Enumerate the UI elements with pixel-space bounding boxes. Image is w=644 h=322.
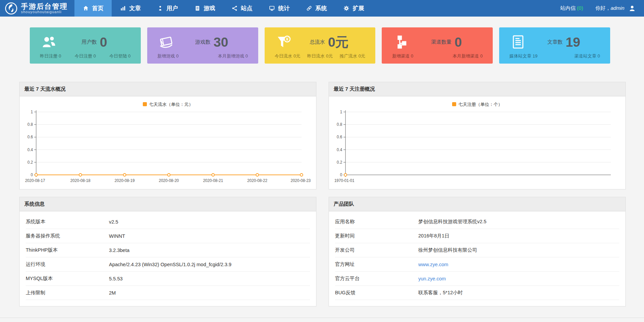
nav-item-站点[interactable]: 站点 <box>223 0 261 17</box>
svg-text:1: 1 <box>31 110 33 114</box>
sitemap-icon-wrap <box>393 34 409 50</box>
product-team-table: 应用名称梦创信息科技游戏管理系统v2.5更新时间2016年8月1日开发公司徐州梦… <box>329 211 625 306</box>
flow-chart-body: 七天流水（单位：元） 00.20.40.60.812020-08-172020-… <box>20 96 316 189</box>
svg-text:0.2: 0.2 <box>337 160 342 165</box>
app-subtitle: shouyouhoutaiguanli <box>21 10 68 14</box>
info-row-label: 官方云平台 <box>335 275 418 282</box>
article-icon <box>510 34 526 50</box>
stat-card-label: 游戏数 <box>195 39 210 45</box>
svg-text:0.6: 0.6 <box>27 135 33 139</box>
stat-card-substat: 推广流水 0元 <box>340 53 365 59</box>
nav-item-统计[interactable]: 统计 <box>261 0 298 17</box>
flow-line-chart: 00.20.40.60.812020-08-172020-08-182020-0… <box>24 109 311 186</box>
nav-item-扩展[interactable]: 扩展 <box>335 0 372 17</box>
info-row-label: BUG反馈 <box>335 290 418 296</box>
info-row-label: 运行环境 <box>26 261 109 268</box>
svg-text:¥: ¥ <box>286 37 289 42</box>
stat-card-value: 30 <box>214 36 228 49</box>
svg-text:2020-08-17: 2020-08-17 <box>25 178 45 183</box>
svg-text:0: 0 <box>31 172 33 177</box>
info-row-value: 梦创信息科技游戏管理系统v2.5 <box>418 218 486 225</box>
home-icon <box>83 5 89 12</box>
stat-card-substat: 本月新增游戏 0 <box>218 53 248 59</box>
system-info-panel: 系统信息 系统版本v2.5服务器操作系统WINNTThinkPHP版本3.2.3… <box>19 197 316 306</box>
info-row-label: 官方网址 <box>335 261 418 268</box>
register-chart-panel: 最近 7 天注册概况 七天注册（单位：个） 00.20.40.60.811970… <box>329 82 626 189</box>
nav-item-文章[interactable]: 文章 <box>112 0 149 17</box>
nav-item-label: 系统 <box>315 4 327 12</box>
info-row-value: WINNT <box>109 233 125 239</box>
info-row-label: ThinkPHP版本 <box>26 247 109 253</box>
stat-card-substat: 渠道站文章 0 <box>574 53 600 59</box>
info-row-应用名称: 应用名称梦创信息科技游戏管理系统v2.5 <box>335 215 619 229</box>
stat-card-substat: 昨日流水 0元 <box>307 53 333 59</box>
stat-card-游戏数: 游戏数30新增游戏 0本月新增游戏 0 <box>147 27 258 64</box>
nav-item-label: 站点 <box>241 4 252 12</box>
site-messages-label: 站内信 <box>560 5 576 11</box>
product-team-title: 产品团队 <box>329 197 625 211</box>
flow-chart-panel-title: 最近 7 天流水概况 <box>20 82 316 96</box>
svg-text:0.2: 0.2 <box>27 160 33 165</box>
register-chart-body: 七天注册（单位：个） 00.20.40.60.811970-01-01 <box>329 96 625 189</box>
nav-item-系统[interactable]: 系统 <box>298 0 335 17</box>
stat-card-value: 0元 <box>328 36 349 49</box>
info-row-上传限制: 上传限制2M <box>26 286 310 300</box>
bar-chart-icon <box>120 5 126 12</box>
nav-item-游戏[interactable]: 游戏 <box>186 0 223 17</box>
legend-swatch[interactable] <box>143 102 147 106</box>
info-row-value: 联系客服，5*12小时 <box>418 290 463 296</box>
top-navbar: 手游后台管理 shouyouhoutaiguanli 首页文章用户游戏站点统计系… <box>0 0 644 17</box>
phone-hand-icon <box>158 34 174 50</box>
stat-card-value: 0 <box>454 36 462 49</box>
legend-label: 七天注册（单位：个） <box>459 102 503 107</box>
system-info-table: 系统版本v2.5服务器操作系统WINNTThinkPHP版本3.2.3beta运… <box>20 211 316 306</box>
info-row-value: 徐州梦创信息科技有限公司 <box>418 247 477 253</box>
info-row-value: v2.5 <box>109 219 118 225</box>
site-messages-link[interactable]: 站内信(0) <box>560 5 583 12</box>
info-row-link[interactable]: www.zye.com <box>418 262 448 267</box>
stat-card-substat: 本月新增渠道 0 <box>452 53 483 59</box>
svg-text:0.4: 0.4 <box>27 147 33 152</box>
svg-text:2020-08-19: 2020-08-19 <box>115 178 135 183</box>
info-row-label: 更新时间 <box>335 233 418 239</box>
svg-text:2020-08-20: 2020-08-20 <box>159 178 179 183</box>
article-icon-wrap <box>510 34 526 50</box>
svg-text:2020-08-23: 2020-08-23 <box>291 178 311 183</box>
nav-item-用户[interactable]: 用户 <box>149 0 186 17</box>
stat-card-substat: 昨日注册 0 <box>40 53 61 59</box>
info-row-更新时间: 更新时间2016年8月1日 <box>335 229 619 243</box>
svg-text:0.6: 0.6 <box>337 135 342 139</box>
user-avatar-icon[interactable] <box>628 5 636 12</box>
gear-icon <box>343 5 350 12</box>
info-row: 系统信息 系统版本v2.5服务器操作系统WINNTThinkPHP版本3.2.3… <box>19 197 626 306</box>
username: admin <box>610 5 624 11</box>
info-row-运行环境: 运行环境Apache/2.4.23 (Win32) OpenSSL/1.0.2j… <box>26 257 310 272</box>
flow-chart-legend: 七天流水（单位：元） <box>24 96 311 109</box>
nav-item-label: 首页 <box>92 4 104 12</box>
users-icon <box>41 34 57 50</box>
info-row-MYSQL版本: MYSQL版本5.5.53 <box>26 272 310 286</box>
stat-card-substat: 新增游戏 0 <box>157 53 179 59</box>
funnel-yen-icon: ¥ <box>275 34 292 50</box>
nav-item-label: 文章 <box>129 4 141 12</box>
app-logo[interactable]: 手游后台管理 shouyouhoutaiguanli <box>0 0 74 17</box>
info-row-value: Apache/2.4.23 (Win32) OpenSSL/1.0.2j mod… <box>109 262 231 267</box>
info-row-官方网址: 官方网址www.zye.com <box>335 257 619 272</box>
funnel-yen-icon-wrap: ¥ <box>275 34 292 50</box>
document-icon <box>194 5 201 12</box>
nav-item-首页[interactable]: 首页 <box>74 0 112 17</box>
link-icon <box>306 5 312 12</box>
nav-item-label: 游戏 <box>204 4 215 12</box>
info-row-ThinkPHP版本: ThinkPHP版本3.2.3beta <box>26 243 310 257</box>
system-info-title: 系统信息 <box>20 197 316 211</box>
share-nodes-icon <box>231 5 238 12</box>
user-greeting: 你好，admin <box>595 5 624 12</box>
legend-swatch[interactable] <box>452 102 456 106</box>
nav-item-label: 统计 <box>278 4 290 12</box>
stat-card-substat: 今日注册 0 <box>74 53 96 59</box>
svg-text:0.8: 0.8 <box>337 122 342 127</box>
info-row-value: 5.5.53 <box>109 276 123 281</box>
info-row-link[interactable]: yun.zye.com <box>418 276 446 281</box>
svg-text:0.4: 0.4 <box>337 147 342 152</box>
nav-item-label: 用户 <box>166 4 178 12</box>
